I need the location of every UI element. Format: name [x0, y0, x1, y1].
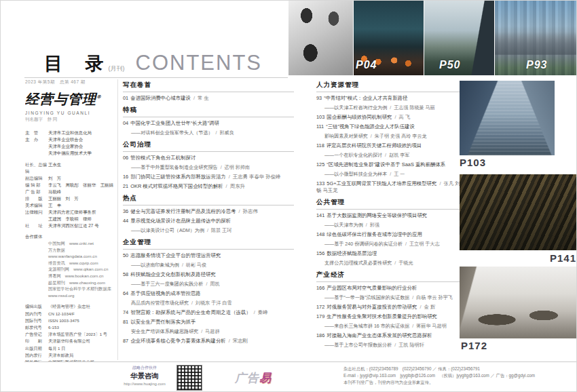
toc-entry: 141基于大数据监测的网络安全等级保护项目研究 — [316, 212, 460, 219]
toc-entry-sub: ——基于 240 份调研问卷的实证分析 / 王立明 于大志 — [324, 241, 460, 248]
masthead-pub-row-value: 《经营与管理》杂志社 — [48, 303, 115, 310]
toc-entry-author: 秦峰 — [258, 309, 268, 315]
masthead-staff-row-value: 马晓峰 — [48, 189, 115, 195]
toc-entry-sub: ——以天津工程咨询行业为例 / 王志强 陈晓曼 马丽 — [324, 104, 460, 111]
side-photo-retail — [460, 267, 576, 338]
masthead-pub-row-label: 印 刷 — [25, 338, 48, 345]
masthead-pub-row-value: 天津新华印务有限公司 — [48, 338, 115, 345]
masthead-staff-row-value: 王建国 李晓明 律师 — [48, 216, 115, 222]
toc-entry-author: 马超群 — [205, 329, 219, 334]
toc-entry-separator: / — [215, 130, 219, 136]
side-photo-towers — [460, 81, 555, 155]
toc-entry: 111“三链”视角下绿色能源企业人才队伍建设 — [316, 123, 460, 130]
monthly-label: (月刊) — [109, 66, 125, 72]
top-photo-rooftop: P04 — [354, 1, 424, 75]
toc-entry-title: 显示视觉化场景设计在品牌主题传达中的探析 — [130, 218, 231, 224]
toc-entry-author: 胡彬 马俊 — [186, 262, 206, 268]
magazine-contents-page: 目 录 (月刊) CONTENTS P04P50P93 2023 年第5期 总第… — [0, 0, 577, 392]
masthead-staff-row: 王建国 李晓明 律师 — [25, 216, 115, 222]
masthead-pub-row-label: 编辑出版 — [25, 303, 48, 310]
toc-entry-page-number: 93 — [316, 95, 322, 101]
toc-entry-author: 孙志伟 — [243, 208, 258, 214]
masthead-pub-row: 邮发代号6-153 — [25, 324, 115, 331]
toc-section-title: 公司治理 — [123, 140, 294, 149]
toc-section-rule — [123, 151, 294, 152]
toc-entry-author: 蒋丽华 马超明 — [416, 324, 447, 329]
photo-page-label: P50 — [439, 59, 460, 71]
toc-entry: 172对俄服务贸易与对外直接投资的带动研究 / 金 辉 — [316, 304, 460, 311]
masthead-pub-row-label: 出版日期 — [25, 345, 48, 352]
masthead-pub-row: 出版日期每月 1 日 — [25, 345, 115, 352]
toc-section-rule — [316, 209, 460, 210]
partner-site: 万方数据 www.wanfangdata.com.cn — [48, 247, 115, 260]
toc-section: 公共管理141基于大数据监测的网络安全等级保护项目研究——以天津市为例 / 郭强… — [316, 198, 460, 267]
top-photo-portraits — [288, 1, 353, 75]
issue-line: 2023 年第5期 总第 467 期 — [25, 79, 115, 85]
toc-section: 公司治理06管控模式下角色分工机制探讨——基于中外重型装备制造企业研究报告 / … — [123, 140, 294, 190]
masthead-staff-row-value: 李云飞 周晓彤 张丽华 王丽娟 — [48, 182, 115, 189]
calligraphy-credit: 刊名题字 舒 同 — [25, 117, 115, 123]
toc-entry: 118评定高层次科研院所关键工程师绩效的项目 — [316, 142, 460, 149]
toc-entry-sub: ——对话科创企业领军带头人（节选） / 郭威良 — [131, 130, 294, 136]
toc-entry-author: 王志强 陈晓曼 马丽 — [394, 105, 435, 111]
top-photo-skyline: P93 — [495, 1, 577, 75]
toc-entry-sub-text: 高品质内控管理市场化研究 — [131, 300, 189, 306]
sidebar-divider — [117, 79, 118, 360]
toc-entry-author: 宋志刚 — [233, 338, 248, 344]
footer-phone-line: 杂志社总机：(022)23456789 (022)23456790 ／ 传真：(… — [343, 366, 567, 372]
masthead-org-row-label: 主 管 — [25, 130, 48, 136]
toc-entry: 58科技赋能企业文化创新机制及路径研究 — [123, 271, 294, 278]
partner-site: 博看网 www.bookan.com.cn — [48, 273, 115, 279]
toc-entry-author: 王 一 — [394, 172, 405, 177]
toc-entry-separator: / — [206, 228, 210, 233]
toc-entry-separator: / — [438, 180, 442, 187]
toc-section-title: 产业经济 — [316, 271, 460, 279]
masthead-org-row-label: 主 办 — [25, 136, 48, 143]
qr-code — [176, 365, 202, 391]
toc-entry-page-number: 133 — [316, 180, 324, 187]
side-photo-page-label: P141 — [460, 252, 576, 264]
guanggaoyi-logo-color: 易 — [259, 372, 272, 385]
toc-entry-separator: / — [393, 260, 397, 266]
toc-entry-page-number: 06 — [123, 155, 128, 161]
toc-entry-page-number: 21 — [123, 183, 128, 189]
toc-entry-page-number: 118 — [316, 142, 324, 149]
magazine-logo-text: 经营与管理 — [25, 91, 96, 107]
toc-entry-page-number: 64 — [123, 290, 128, 296]
toc-entry-sub-text: ——以小微型科技企业为样本 — [324, 172, 387, 177]
masthead-staff-row-label: 编 辑 部 — [25, 182, 48, 189]
toc-column-left: 写在卷首01奋进国际消费中心城市建设 / 常 生特稿04中国化学工业集团入世廿年… — [123, 81, 294, 349]
masthead-org-row: 天津中德应用技术大学 — [25, 150, 115, 157]
toc-entry-sub: 高品质内控管理市场化研究 / 刘晓东 于洋 白雪 — [131, 300, 294, 307]
toc-column-right: 人力资源管理93“中青结对”模式：企业人才共育新路径——以天津工程咨询行业为例 … — [316, 81, 460, 353]
toc-entry-author: 于晓光 — [398, 260, 413, 266]
masthead-staff-row-label: 社长、总编辑 — [25, 161, 48, 175]
toc-section: 写在卷首01奋进国际消费中心城市建设 / 常 生 — [123, 81, 294, 102]
toc-entry-sub: ——以济南印象城为例 / 胡彬 马俊 — [131, 262, 294, 269]
toc-entry: 103国企薪酬与绩效协同机制研究 / 高 飞 — [316, 114, 460, 121]
footer-email-line: E-mail：jyygl@vip.163.com jyyglbjb@126.co… — [343, 372, 567, 379]
toc-entry: 186对接融入海南产业生态体系发展的研究思路探析 — [316, 332, 460, 339]
masthead-staff-row-label: 社 址 — [25, 222, 48, 229]
toc-entry-title: 企业环境事务核心竞争力要素体系构建分析 — [130, 338, 225, 344]
partner-media-block: 合作媒体 中国知网 www.cnki.net万方数据 www.wanfangda… — [25, 233, 115, 298]
toc-entry: 21OKR 模式对双循环格局下国企转型的解析 / 周东升 — [123, 183, 294, 190]
toc-entry-page-number: 36 — [123, 208, 128, 214]
masthead-staff-row-label: 副总编辑 — [25, 175, 48, 182]
partner-site: 龙源期刊网 www.qikan.com.cn — [48, 266, 115, 273]
toc-entry-sub: ——来自长三角城市群 16 市的实证依据 / 蒋丽华 马超明 — [324, 323, 460, 330]
toc-entry-sub-text: 支撑公共治理模式及必要性研究 — [324, 260, 392, 266]
toc-section-rule — [123, 249, 294, 250]
toc-entry-sub-text: ——基于“一带一路”沿线国家的实证数据 — [324, 295, 409, 300]
toc-entry-separator: / — [369, 134, 373, 139]
toc-entry-author: 常 生 — [198, 95, 209, 101]
masthead-staff-row-value: 刘 芳 — [48, 175, 115, 182]
masthead-pub-row-value: ISSN 1003-3475 — [48, 317, 115, 324]
toc-section-rule — [123, 92, 294, 92]
toc-entry-title: “区域先进制造业集群”建设中基于 SaaS 重构薪酬体系 — [327, 161, 445, 168]
toc-entry-page-number: 148 — [316, 231, 324, 237]
toc-entry-author: 郭强 — [370, 222, 379, 228]
toc-entry-author: 刘晓东 于洋 白雪 — [196, 300, 232, 306]
footer-notice-line: 本刊不刊登广告，刊登内容均为企业形象宣传。 — [343, 379, 567, 386]
toc-entry-title: 智慧宫殿：勘探系统与产品的全生命周期之道（连载） — [130, 309, 250, 315]
